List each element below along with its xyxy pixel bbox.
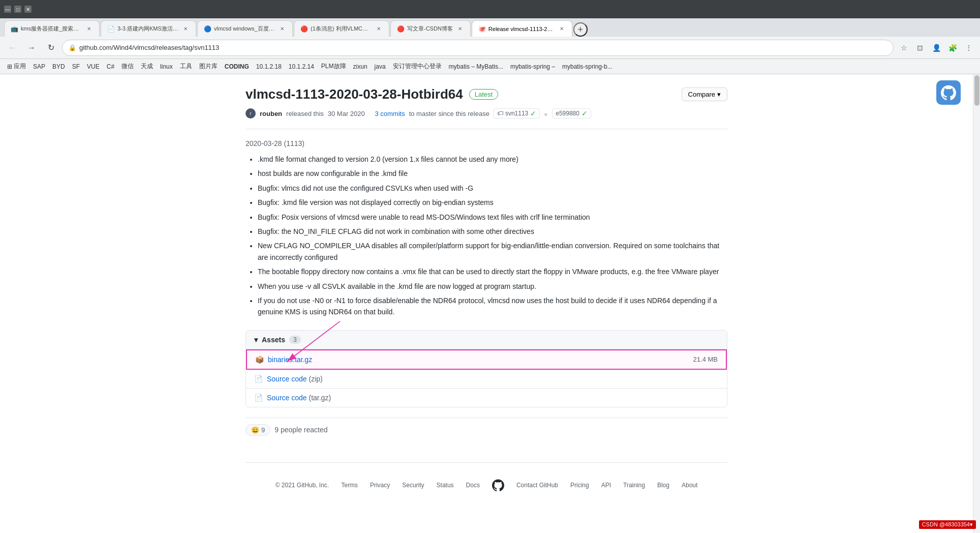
bookmark-byd[interactable]: BYD — [49, 62, 68, 71]
bookmark-mybatis2[interactable]: mybatis-spring – — [507, 62, 558, 71]
close-button[interactable]: ✕ — [24, 6, 32, 13]
footer-link-privacy[interactable]: Privacy — [370, 482, 390, 489]
bookmark-coding[interactable]: CODING — [222, 62, 252, 71]
footer-inner: © 2021 GitHub, Inc. Terms Privacy Securi… — [254, 479, 719, 491]
footer-link-terms[interactable]: Terms — [341, 482, 358, 489]
refresh-button[interactable]: ↻ — [43, 40, 59, 56]
bookmarks-bar: ⊞ 应用 SAP BYD SF VUE C# 微信 天成 linux 工具 图片… — [0, 59, 980, 74]
bookmark-tools[interactable]: 工具 — [177, 61, 195, 72]
tab-csdn1[interactable]: 🔴 (1条消息) 利用VLMCSD部署... ✕ — [294, 20, 389, 37]
tab-label-3-3: 3-3.搭建内网KMS激活服务器... — [117, 25, 178, 33]
screenshot-button[interactable]: ⊡ — [913, 41, 927, 55]
github-app-icon — [936, 80, 961, 105]
footer-link-contact[interactable]: Contact GitHub — [516, 482, 558, 489]
bookmark-linux[interactable]: linux — [157, 62, 176, 71]
asset-link-source-zip[interactable]: Source code (zip) — [267, 375, 323, 383]
bookmark-java-label: java — [375, 63, 386, 70]
commit-hash-value: e599880 — [556, 110, 579, 117]
bookmark-anding[interactable]: 安订管理中心登录 — [390, 61, 445, 72]
reaction-badge[interactable]: 😄 9 — [246, 424, 270, 436]
asset-link-binaries[interactable]: binaries.tar.gz — [268, 356, 312, 364]
tab-close-csdn1[interactable]: ✕ — [375, 25, 383, 33]
tab-label-baidu: vlmcsd windows_百度搜索 — [214, 25, 275, 33]
footer-link-blog[interactable]: Blog — [657, 482, 669, 489]
bookmark-sf[interactable]: SF — [69, 62, 83, 71]
asset-row-source-zip: 📄 Source code (zip) — [246, 370, 727, 389]
bookmark-zixun[interactable]: zixun — [350, 62, 371, 71]
tab-label-github: Release vlmcsd-1113-2020-0... — [488, 26, 555, 32]
tab-csdn2[interactable]: 🔴 写文章-CSDN博客 ✕ — [390, 20, 471, 37]
bookmark-vue-label: VUE — [87, 63, 100, 70]
tab-github-active[interactable]: 🐙 Release vlmcsd-1113-2020-0... ✕ — [472, 20, 572, 37]
footer-link-about[interactable]: About — [682, 482, 697, 489]
tab-close-csdn2[interactable]: ✕ — [456, 25, 464, 33]
release-note-item: When you use -v all CSVLK available in t… — [258, 281, 727, 292]
bookmark-tiancheng[interactable]: 天成 — [138, 61, 156, 72]
compare-button[interactable]: Compare ▾ — [682, 87, 727, 101]
tab-close-kms[interactable]: ✕ — [85, 25, 93, 33]
reactions-row: 😄 9 9 people reacted — [246, 418, 727, 442]
scrollbar-thumb[interactable] — [974, 75, 979, 106]
bookmark-wechat[interactable]: 微信 — [118, 61, 137, 72]
tab-baidu[interactable]: 🔵 vlmcsd windows_百度搜索 ✕ — [197, 20, 293, 37]
release-note-item: Bugfix: .kmd file version was not displa… — [258, 197, 727, 208]
bookmark-vue[interactable]: VUE — [84, 62, 103, 71]
csdn-badge[interactable]: CSDN @48303354▾ — [919, 520, 976, 529]
maximize-button[interactable]: □ — [14, 6, 21, 13]
new-tab-button[interactable]: + — [573, 22, 588, 37]
footer-link-api[interactable]: API — [601, 482, 611, 489]
footer-link-security[interactable]: Security — [402, 482, 424, 489]
settings-button[interactable]: ⋮ — [962, 41, 976, 55]
address-bar: ← → ↻ 🔒 github.com/Wind4/vlmcsd/releases… — [0, 37, 980, 59]
bookmark-mybatis1[interactable]: mybatis – MyBatis... — [446, 62, 506, 71]
bookmark-tools-label: 工具 — [180, 62, 192, 71]
url-box[interactable]: 🔒 github.com/Wind4/vlmcsd/releases/tag/s… — [62, 40, 894, 56]
tab-close-3-3[interactable]: ✕ — [181, 25, 190, 33]
bookmark-ip2[interactable]: 10.1.2.14 — [286, 62, 317, 71]
tab-favicon-kms: 📺 — [11, 25, 18, 33]
tab-kms[interactable]: 📺 kms服务器搭建_搜索结果_哔哩... ✕ — [4, 20, 100, 37]
bookmark-ip1[interactable]: 10.1.2.18 — [253, 62, 285, 71]
code-icon-zip: 📄 — [254, 375, 263, 383]
bookmark-java[interactable]: java — [372, 62, 389, 71]
release-note-item: Bugfix: the NO_INI_FILE CFLAG did not wo… — [258, 226, 727, 237]
footer-link-docs[interactable]: Docs — [466, 482, 480, 489]
extensions-button[interactable]: 🧩 — [945, 41, 960, 55]
bookmark-gallery[interactable]: 图片库 — [196, 61, 221, 72]
bookmark-ip1-label: 10.1.2.18 — [256, 63, 282, 70]
asset-link-source-tar[interactable]: Source code (tar.gz) — [267, 394, 331, 402]
bookmark-apps[interactable]: ⊞ 应用 — [4, 61, 29, 72]
footer-link-training[interactable]: Training — [623, 482, 645, 489]
footer-link-status[interactable]: Status — [437, 482, 454, 489]
release-note-item: If you do not use -N0 or -N1 to force di… — [258, 295, 727, 318]
tab-close-github[interactable]: ✕ — [558, 25, 566, 33]
bookmark-tiancheng-label: 天成 — [141, 62, 153, 71]
scrollbar-track[interactable] — [973, 74, 980, 533]
bookmark-csharp[interactable]: C# — [104, 62, 117, 71]
code-icon-tar: 📄 — [254, 394, 263, 402]
tab-favicon-baidu: 🔵 — [204, 25, 211, 33]
commits-count: 3 commits — [375, 110, 405, 117]
bookmark-mybatis3[interactable]: mybatis-spring-b... — [559, 62, 616, 71]
back-button[interactable]: ← — [4, 40, 20, 56]
bookmark-plm[interactable]: PLM故障 — [318, 61, 349, 72]
bookmark-sap[interactable]: SAP — [30, 62, 48, 71]
minimize-button[interactable]: — — [4, 6, 11, 13]
commit-hash-badge: e599880 ✓ — [552, 108, 591, 119]
assets-section: ▾ Assets 3 📦 binaries.tar.gz 21.4 MB 📄 — [246, 330, 727, 407]
profile-button[interactable]: 👤 — [929, 41, 943, 55]
url-text: github.com/Wind4/vlmcsd/releases/tag/svn… — [79, 44, 887, 51]
browser-frame: — □ ✕ 📺 kms服务器搭建_搜索结果_哔哩... ✕ 📄 3-3.搭建内网… — [0, 0, 980, 533]
assets-header[interactable]: ▾ Assets 3 — [246, 331, 727, 349]
bookmark-apps-icon: ⊞ — [7, 63, 12, 70]
tab-3-3[interactable]: 📄 3-3.搭建内网KMS激活服务器... ✕ — [101, 20, 196, 37]
tab-close-baidu[interactable]: ✕ — [278, 25, 286, 33]
forward-button[interactable]: → — [23, 40, 40, 56]
tabs-bar: 📺 kms服务器搭建_搜索结果_哔哩... ✕ 📄 3-3.搭建内网KMS激活服… — [0, 18, 980, 37]
compare-button-label: Compare — [688, 91, 715, 98]
commits-link[interactable]: 3 commits — [375, 110, 405, 117]
footer-link-pricing[interactable]: Pricing — [570, 482, 589, 489]
bookmark-anding-label: 安订管理中心登录 — [393, 62, 442, 71]
bookmark-star-button[interactable]: ☆ — [897, 41, 911, 55]
commits-suffix: to master since this release — [409, 110, 489, 117]
